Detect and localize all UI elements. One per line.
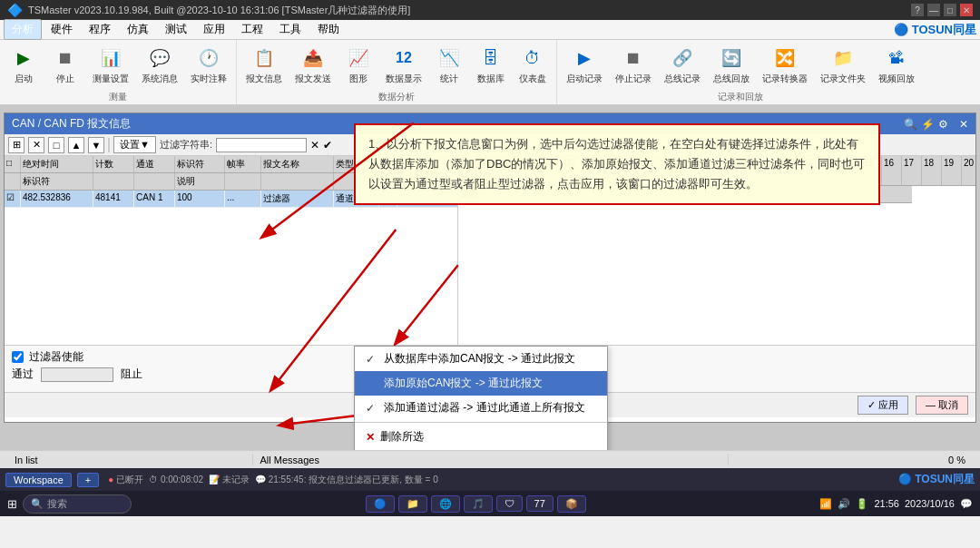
database-icon: 🗄 bbox=[478, 45, 504, 71]
statistics-icon: 📉 bbox=[436, 45, 462, 71]
td-rate: ... bbox=[225, 191, 261, 207]
add-tab-button[interactable]: + bbox=[77, 473, 99, 487]
bus-record-button[interactable]: 🔗 总线记录 bbox=[659, 42, 706, 89]
menu-item-app[interactable]: 应用 bbox=[196, 20, 232, 39]
ctx-item-from-db[interactable]: ✓ 从数据库中添加CAN报文 -> 通过此报文 bbox=[355, 347, 607, 371]
stop-button[interactable]: ⏹ 停止 bbox=[45, 42, 85, 89]
block-label: 阻止 bbox=[121, 367, 142, 382]
record-buttons: ▶ 启动记录 ⏹ 停止记录 🔗 总线记录 🔄 总线回放 🔀 记录转换器 📁 bbox=[561, 42, 920, 89]
search-icon: 🔍 bbox=[31, 498, 44, 510]
measure-settings-icon: 📊 bbox=[98, 45, 123, 71]
chart-button[interactable]: 📈 图形 bbox=[338, 42, 378, 89]
toolbar-data-analysis-section: 📋 报文信息 📤 报文发送 📈 图形 12 数据显示 📉 统计 🗄 数据库 bbox=[237, 40, 557, 104]
td-count: 48141 bbox=[93, 191, 134, 207]
ctx-item-delete[interactable]: ✕ 删除所选 bbox=[355, 425, 607, 449]
system-message-icon: 💬 bbox=[147, 45, 172, 71]
bus-replay-icon: 🔄 bbox=[719, 45, 744, 71]
video-replay-button[interactable]: 📽 视频回放 bbox=[873, 42, 920, 89]
start-record-button[interactable]: ▶ 启动记录 bbox=[561, 42, 608, 89]
check-btn[interactable]: □ bbox=[48, 137, 64, 153]
bus-record-icon: 🔗 bbox=[670, 45, 695, 71]
col-desc: 说明 bbox=[175, 173, 225, 190]
can-window-close-btn[interactable]: ✕ bbox=[959, 118, 968, 131]
timer-display: ⏱ 0:00:08:02 bbox=[149, 475, 203, 484]
search-box[interactable]: 🔍 搜索 bbox=[23, 494, 132, 514]
col-empty4 bbox=[261, 173, 334, 190]
menu-item-help[interactable]: 帮助 bbox=[310, 20, 347, 39]
minimize-btn[interactable]: — bbox=[927, 4, 940, 16]
menu-item-analysis[interactable]: 分析 bbox=[4, 19, 42, 40]
filter-enable-label: 过滤器使能 bbox=[29, 349, 83, 365]
annotation-text: 1、以分析下报文信息窗口为例，选中后勾选过滤器使能，在空白处有键选择过滤条件，此… bbox=[368, 134, 866, 194]
col-absolute-time: 绝对时间 bbox=[21, 156, 93, 172]
move-down-btn[interactable]: ▼ bbox=[88, 137, 104, 153]
ctx-item-clear[interactable]: ⊗ 清除所有 bbox=[355, 449, 607, 450]
cancel-button[interactable]: — 取消 bbox=[916, 396, 968, 415]
task-btn-3[interactable]: 🌐 bbox=[431, 495, 460, 513]
can-filter-icon[interactable]: ⚡ bbox=[921, 118, 935, 131]
task-btn-6[interactable]: 77 bbox=[526, 495, 554, 512]
new-btn[interactable]: ⊞ bbox=[8, 137, 24, 153]
ctx-item-add-channel[interactable]: ✓ 添加通道过滤器 -> 通过此通道上所有报文 bbox=[355, 396, 607, 420]
video-replay-icon: 📽 bbox=[884, 45, 909, 71]
statistics-button[interactable]: 📉 统计 bbox=[429, 42, 469, 89]
can-settings-icon[interactable]: ⚙ bbox=[938, 118, 948, 131]
task-btn-2[interactable]: 📁 bbox=[398, 495, 427, 513]
col-b19: 19 bbox=[942, 156, 962, 185]
menu-item-project[interactable]: 工程 bbox=[234, 20, 270, 39]
filter-string-input[interactable] bbox=[216, 138, 307, 152]
toolbar-record-section: ▶ 启动记录 ⏹ 停止记录 🔗 总线记录 🔄 总线回放 🔀 记录转换器 📁 bbox=[557, 40, 924, 104]
measure-settings-button[interactable]: 📊 测量设置 bbox=[87, 42, 134, 89]
toolbar-measurement-section: ▶ 启动 ⏹ 停止 📊 测量设置 💬 系统消息 🕐 实时注释 测量 bbox=[0, 40, 237, 104]
menu-item-test[interactable]: 测试 bbox=[158, 20, 194, 39]
move-up-btn[interactable]: ▲ bbox=[68, 137, 84, 153]
separator bbox=[108, 138, 110, 152]
bus-replay-button[interactable]: 🔄 总线回放 bbox=[708, 42, 755, 89]
database-button[interactable]: 🗄 数据库 bbox=[471, 42, 511, 89]
message-info-button[interactable]: 📋 报文信息 bbox=[240, 42, 288, 89]
td-check: ☑ bbox=[5, 191, 21, 207]
message-send-button[interactable]: 📤 报文发送 bbox=[289, 42, 337, 89]
ctx-divider bbox=[355, 422, 607, 423]
task-btn-4[interactable]: 🎵 bbox=[464, 495, 493, 513]
workspace-button[interactable]: Workspace bbox=[5, 473, 72, 487]
close-btn[interactable]: ✕ bbox=[960, 4, 973, 16]
apply-button[interactable]: ✓ 应用 bbox=[858, 396, 908, 415]
task-btn-1[interactable]: 🔵 bbox=[366, 495, 395, 513]
realtime-note-button[interactable]: 🕐 实时注释 bbox=[185, 42, 232, 89]
taskbar-center-group: 🔵 📁 🌐 🎵 🛡 77 📦 bbox=[366, 495, 586, 513]
filter-enable-checkbox[interactable] bbox=[12, 351, 24, 363]
help-btn[interactable]: ? bbox=[911, 4, 924, 16]
col-empty2 bbox=[134, 173, 175, 190]
td-msgname: 过滤器 bbox=[261, 191, 334, 207]
maximize-btn[interactable]: □ bbox=[944, 4, 956, 16]
filter-apply-small-icon[interactable]: ✔ bbox=[323, 139, 332, 152]
task-btn-5[interactable]: 🛡 bbox=[496, 495, 523, 512]
system-message-button[interactable]: 💬 系统消息 bbox=[136, 42, 183, 89]
col-id-header: 标识符 bbox=[175, 156, 225, 172]
start-button[interactable]: ⊞ bbox=[7, 497, 17, 511]
menu-item-hardware[interactable]: 硬件 bbox=[44, 20, 80, 39]
settings-dropdown-btn[interactable]: 设置▼ bbox=[113, 136, 156, 153]
dashboard-button[interactable]: ⏱ 仪表盘 bbox=[513, 42, 553, 89]
menu-item-tools[interactable]: 工具 bbox=[272, 20, 309, 39]
record-convert-button[interactable]: 🔀 记录转换器 bbox=[757, 42, 813, 89]
start-button[interactable]: ▶ 启动 bbox=[4, 42, 44, 89]
menu-item-simulation[interactable]: 仿真 bbox=[120, 20, 156, 39]
menu-item-program[interactable]: 程序 bbox=[82, 20, 118, 39]
record-folder-icon: 📁 bbox=[830, 45, 856, 71]
delete-btn[interactable]: ✕ bbox=[28, 137, 44, 153]
data-display-button[interactable]: 12 数据显示 bbox=[380, 42, 427, 89]
col-msg-name: 报文名称 bbox=[261, 156, 334, 172]
stop-record-button[interactable]: ⏹ 停止记录 bbox=[610, 42, 657, 89]
start-icon: ▶ bbox=[11, 45, 36, 71]
ctx-item-add-raw[interactable]: 添加原始CAN报文 -> 通过此报文 bbox=[355, 371, 607, 396]
record-folder-button[interactable]: 📁 记录文件夹 bbox=[815, 42, 871, 89]
dashboard-icon: ⏱ bbox=[520, 45, 545, 71]
col-count: 计数 bbox=[93, 156, 134, 172]
task-btn-7[interactable]: 📦 bbox=[557, 495, 586, 513]
filter-clear-icon[interactable]: ✕ bbox=[310, 139, 319, 152]
notification-icon[interactable]: 💬 bbox=[960, 498, 973, 510]
can-search-icon[interactable]: 🔍 bbox=[904, 118, 917, 131]
pass-input[interactable] bbox=[41, 367, 113, 382]
